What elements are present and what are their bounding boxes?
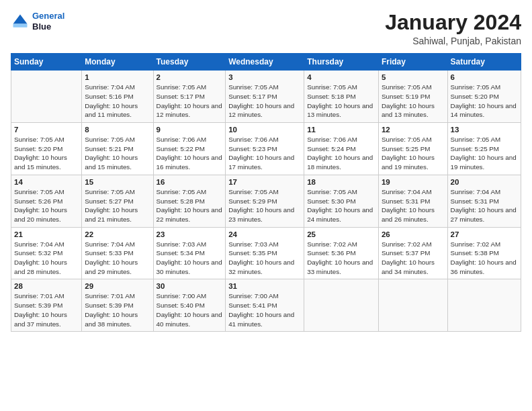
calendar-cell: 3Sunrise: 7:05 AMSunset: 5:17 PMDaylight… xyxy=(226,71,304,123)
cell-info: Sunrise: 7:00 AMSunset: 5:41 PMDaylight:… xyxy=(228,291,301,328)
date-number: 15 xyxy=(85,178,150,186)
calendar-cell: 4Sunrise: 7:05 AMSunset: 5:18 PMDaylight… xyxy=(304,71,379,123)
calendar-table: SundayMondayTuesdayWednesdayThursdayFrid… xyxy=(11,53,521,332)
cell-info: Sunrise: 7:05 AMSunset: 5:28 PMDaylight:… xyxy=(157,187,223,224)
cell-info: Sunrise: 7:05 AMSunset: 5:18 PMDaylight:… xyxy=(307,83,375,120)
calendar-cell: 6Sunrise: 7:05 AMSunset: 5:20 PMDaylight… xyxy=(447,71,521,123)
day-header-monday: Monday xyxy=(82,54,153,71)
calendar-week-3: 14Sunrise: 7:05 AMSunset: 5:26 PMDayligh… xyxy=(11,175,521,227)
header: General Blue January 2024 Sahiwal, Punja… xyxy=(11,11,521,46)
date-number: 29 xyxy=(85,282,150,290)
cell-info: Sunrise: 7:05 AMSunset: 5:20 PMDaylight:… xyxy=(14,135,79,172)
calendar-cell: 5Sunrise: 7:05 AMSunset: 5:19 PMDaylight… xyxy=(378,71,447,123)
cell-info: Sunrise: 7:01 AMSunset: 5:39 PMDaylight:… xyxy=(85,291,150,328)
page-subtitle: Sahiwal, Punjab, Pakistan xyxy=(385,36,521,46)
calendar-cell: 22Sunrise: 7:04 AMSunset: 5:33 PMDayligh… xyxy=(82,227,153,279)
date-number: 13 xyxy=(451,126,518,134)
day-header-friday: Friday xyxy=(378,54,447,71)
date-number: 18 xyxy=(307,178,375,186)
cell-info: Sunrise: 7:06 AMSunset: 5:24 PMDaylight:… xyxy=(307,135,375,172)
date-number: 30 xyxy=(157,282,223,290)
date-number: 2 xyxy=(157,73,223,81)
logo-icon xyxy=(11,12,30,31)
svg-marker-0 xyxy=(13,14,28,24)
calendar-cell: 13Sunrise: 7:05 AMSunset: 5:25 PMDayligh… xyxy=(447,123,521,175)
day-header-sunday: Sunday xyxy=(11,54,82,71)
cell-info: Sunrise: 7:05 AMSunset: 5:27 PMDaylight:… xyxy=(85,187,150,224)
date-number: 6 xyxy=(451,73,518,81)
cell-info: Sunrise: 7:02 AMSunset: 5:38 PMDaylight:… xyxy=(451,240,518,277)
date-number: 24 xyxy=(228,230,301,238)
cell-info: Sunrise: 7:06 AMSunset: 5:22 PMDaylight:… xyxy=(157,135,223,172)
date-number: 5 xyxy=(382,73,445,81)
calendar-cell: 10Sunrise: 7:06 AMSunset: 5:23 PMDayligh… xyxy=(226,123,304,175)
date-number: 21 xyxy=(14,230,79,238)
calendar-week-2: 7Sunrise: 7:05 AMSunset: 5:20 PMDaylight… xyxy=(11,123,521,175)
calendar-cell: 21Sunrise: 7:04 AMSunset: 5:32 PMDayligh… xyxy=(11,227,82,279)
date-number: 4 xyxy=(307,73,375,81)
page-title: January 2024 xyxy=(385,11,521,34)
cell-info: Sunrise: 7:06 AMSunset: 5:23 PMDaylight:… xyxy=(228,135,301,172)
date-number: 19 xyxy=(382,178,445,186)
cell-info: Sunrise: 7:05 AMSunset: 5:26 PMDaylight:… xyxy=(14,187,79,224)
calendar-week-1: 1Sunrise: 7:04 AMSunset: 5:16 PMDaylight… xyxy=(11,71,521,123)
cell-info: Sunrise: 7:05 AMSunset: 5:21 PMDaylight:… xyxy=(85,135,150,172)
calendar-week-4: 21Sunrise: 7:04 AMSunset: 5:32 PMDayligh… xyxy=(11,227,521,279)
calendar-cell: 30Sunrise: 7:00 AMSunset: 5:40 PMDayligh… xyxy=(153,279,226,332)
date-number: 10 xyxy=(228,126,301,134)
cell-info: Sunrise: 7:04 AMSunset: 5:32 PMDaylight:… xyxy=(14,240,79,277)
date-number: 14 xyxy=(14,178,79,186)
date-number: 23 xyxy=(157,230,223,238)
cell-info: Sunrise: 7:05 AMSunset: 5:29 PMDaylight:… xyxy=(228,187,301,224)
calendar-cell: 27Sunrise: 7:02 AMSunset: 5:38 PMDayligh… xyxy=(447,227,521,279)
date-number: 7 xyxy=(14,126,79,134)
day-header-wednesday: Wednesday xyxy=(226,54,304,71)
svg-rect-1 xyxy=(13,24,28,27)
date-number: 27 xyxy=(451,230,518,238)
calendar-cell: 18Sunrise: 7:05 AMSunset: 5:30 PMDayligh… xyxy=(304,175,379,227)
cell-info: Sunrise: 7:05 AMSunset: 5:20 PMDaylight:… xyxy=(451,83,518,120)
calendar-cell: 14Sunrise: 7:05 AMSunset: 5:26 PMDayligh… xyxy=(11,175,82,227)
date-number: 1 xyxy=(85,73,150,81)
date-number: 26 xyxy=(382,230,445,238)
calendar-cell xyxy=(447,279,521,332)
cell-info: Sunrise: 7:05 AMSunset: 5:19 PMDaylight:… xyxy=(382,83,445,120)
cell-info: Sunrise: 7:05 AMSunset: 5:17 PMDaylight:… xyxy=(228,83,301,120)
cell-info: Sunrise: 7:05 AMSunset: 5:25 PMDaylight:… xyxy=(382,135,445,172)
cell-info: Sunrise: 7:05 AMSunset: 5:25 PMDaylight:… xyxy=(451,135,518,172)
calendar-cell: 31Sunrise: 7:00 AMSunset: 5:41 PMDayligh… xyxy=(226,279,304,332)
calendar-cell: 23Sunrise: 7:03 AMSunset: 5:34 PMDayligh… xyxy=(153,227,226,279)
cell-info: Sunrise: 7:05 AMSunset: 5:17 PMDaylight:… xyxy=(157,83,223,120)
calendar-cell: 15Sunrise: 7:05 AMSunset: 5:27 PMDayligh… xyxy=(82,175,153,227)
calendar-cell xyxy=(378,279,447,332)
date-number: 8 xyxy=(85,126,150,134)
calendar-cell: 9Sunrise: 7:06 AMSunset: 5:22 PMDaylight… xyxy=(153,123,226,175)
calendar-cell: 20Sunrise: 7:04 AMSunset: 5:31 PMDayligh… xyxy=(447,175,521,227)
calendar-header-row: SundayMondayTuesdayWednesdayThursdayFrid… xyxy=(11,54,521,71)
cell-info: Sunrise: 7:01 AMSunset: 5:39 PMDaylight:… xyxy=(14,291,79,328)
date-number: 16 xyxy=(157,178,223,186)
cell-info: Sunrise: 7:04 AMSunset: 5:31 PMDaylight:… xyxy=(382,187,445,224)
date-number: 22 xyxy=(85,230,150,238)
calendar-cell xyxy=(11,71,82,123)
calendar-cell: 16Sunrise: 7:05 AMSunset: 5:28 PMDayligh… xyxy=(153,175,226,227)
cell-info: Sunrise: 7:02 AMSunset: 5:37 PMDaylight:… xyxy=(382,240,445,277)
calendar-cell xyxy=(304,279,379,332)
date-number: 3 xyxy=(228,73,301,81)
date-number: 28 xyxy=(14,282,79,290)
date-number: 31 xyxy=(228,282,301,290)
calendar-cell: 11Sunrise: 7:06 AMSunset: 5:24 PMDayligh… xyxy=(304,123,379,175)
cell-info: Sunrise: 7:04 AMSunset: 5:31 PMDaylight:… xyxy=(451,187,518,224)
day-header-thursday: Thursday xyxy=(304,54,379,71)
calendar-cell: 24Sunrise: 7:03 AMSunset: 5:35 PMDayligh… xyxy=(226,227,304,279)
cell-info: Sunrise: 7:03 AMSunset: 5:34 PMDaylight:… xyxy=(157,240,223,277)
calendar-cell: 7Sunrise: 7:05 AMSunset: 5:20 PMDaylight… xyxy=(11,123,82,175)
calendar-cell: 26Sunrise: 7:02 AMSunset: 5:37 PMDayligh… xyxy=(378,227,447,279)
cell-info: Sunrise: 7:02 AMSunset: 5:36 PMDaylight:… xyxy=(307,240,375,277)
date-number: 12 xyxy=(382,126,445,134)
calendar-cell: 8Sunrise: 7:05 AMSunset: 5:21 PMDaylight… xyxy=(82,123,153,175)
cell-info: Sunrise: 7:00 AMSunset: 5:40 PMDaylight:… xyxy=(157,291,223,328)
page-container: General Blue January 2024 Sahiwal, Punja… xyxy=(0,0,532,337)
date-number: 25 xyxy=(307,230,375,238)
calendar-week-5: 28Sunrise: 7:01 AMSunset: 5:39 PMDayligh… xyxy=(11,279,521,332)
